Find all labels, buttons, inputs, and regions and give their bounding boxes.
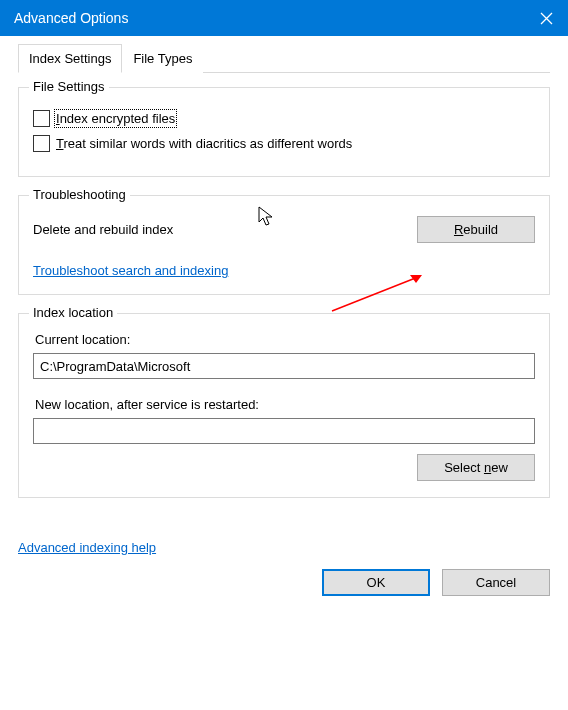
cancel-button[interactable]: Cancel [442,569,550,596]
group-troubleshooting: Troubleshooting Delete and rebuild index… [18,195,550,295]
ok-button[interactable]: OK [322,569,430,596]
tab-file-types[interactable]: File Types [122,44,203,73]
window-title: Advanced Options [14,10,524,26]
new-location-label: New location, after service is restarted… [35,397,535,412]
close-button[interactable] [524,0,568,36]
rebuild-button[interactable]: Rebuild [417,216,535,243]
checkbox-index-encrypted[interactable] [33,110,50,127]
current-location-label: Current location: [35,332,535,347]
group-index-location-label: Index location [29,305,117,320]
row-index-encrypted: Index encrypted files [33,110,535,127]
group-troubleshooting-label: Troubleshooting [29,187,130,202]
tab-index-settings[interactable]: Index Settings [18,44,122,73]
close-icon [540,12,553,25]
dialog-content: Index Settings File Types File Settings … [0,36,568,530]
new-location-field[interactable] [33,418,535,444]
label-delete-rebuild: Delete and rebuild index [33,222,417,237]
group-file-settings-label: File Settings [29,79,109,94]
tab-strip: Index Settings File Types [18,44,550,73]
advanced-help-link[interactable]: Advanced indexing help [18,540,156,555]
row-diacritics: Treat similar words with diacritics as d… [33,135,535,152]
label-index-encrypted: Index encrypted files [56,111,175,126]
group-index-location: Index location Current location: New loc… [18,313,550,498]
select-new-button[interactable]: Select new [417,454,535,481]
dialog-footer: Advanced indexing help OK Cancel [0,530,568,610]
label-diacritics: Treat similar words with diacritics as d… [56,136,352,151]
current-location-field[interactable] [33,353,535,379]
titlebar: Advanced Options [0,0,568,36]
group-file-settings: File Settings Index encrypted files Trea… [18,87,550,177]
troubleshoot-link[interactable]: Troubleshoot search and indexing [33,263,228,278]
checkbox-diacritics[interactable] [33,135,50,152]
